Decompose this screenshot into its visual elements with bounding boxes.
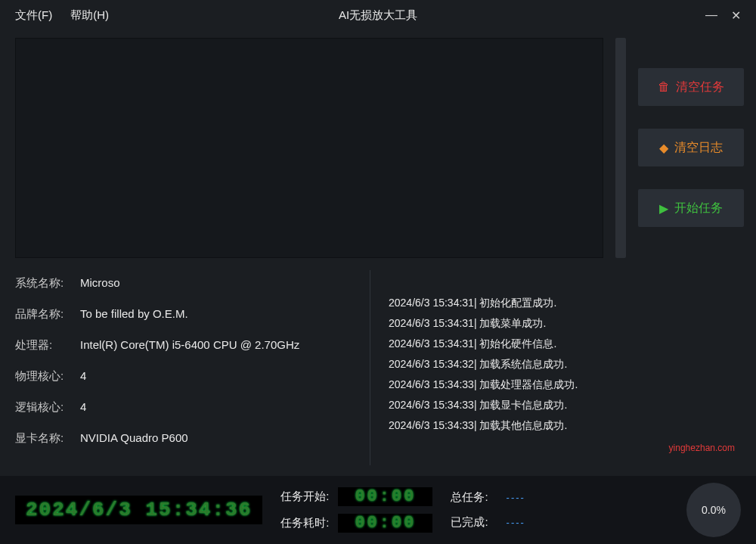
sysinfo-brand-value: To be filled by O.E.M. (80, 307, 188, 322)
sysinfo-gpu-value: NVIDIA Quadro P600 (80, 431, 188, 446)
menu-help[interactable]: 帮助(H) (61, 4, 118, 27)
total-tasks-value: ---- (507, 492, 525, 503)
log-line: 2024/6/3 15:34:31| 初始化硬件信息. (389, 334, 741, 354)
log-line: 2024/6/3 15:34:31| 加载菜单成功. (389, 313, 741, 334)
clear-task-button[interactable]: 🗑 清空任务 (638, 68, 744, 106)
log-line: 2024/6/3 15:34:33| 加载其他信息成功. (389, 415, 741, 436)
sysinfo-row-physical-cores: 物理核心: 4 (15, 369, 370, 384)
window-title: AI无损放大工具 (339, 8, 417, 23)
preview-scrollbar[interactable] (615, 38, 626, 258)
sysinfo-logcores-value: 4 (80, 400, 86, 415)
progress-circle: 0.0% (686, 483, 741, 537)
sysinfo-cpu-value: Intel(R) Core(TM) i5-6400 CPU @ 2.70GHz (80, 338, 299, 353)
menu-file[interactable]: 文件(F) (6, 4, 61, 27)
start-task-button[interactable]: ▶ 开始任务 (638, 189, 744, 227)
task-times: 任务开始: 00:00 任务耗时: 00:00 (280, 487, 432, 533)
system-info-panel: 系统名称: Microso 品牌名称: To be filled by O.E.… (15, 270, 370, 465)
play-icon: ▶ (659, 201, 668, 216)
done-tasks-label: 已完成: (451, 515, 488, 530)
sysinfo-physcores-value: 4 (80, 369, 86, 384)
log-line: 2024/6/3 15:34:33| 加载处理器信息成功. (389, 375, 741, 395)
clear-task-label: 清空任务 (676, 79, 724, 95)
clock: 2024/6/3 15:34:36 (15, 496, 262, 524)
side-button-panel: 🗑 清空任务 ◆ 清空日志 ▶ 开始任务 (638, 38, 744, 258)
sysinfo-row-cpu: 处理器: Intel(R) Core(TM) i5-6400 CPU @ 2.7… (15, 338, 370, 353)
preview-panel[interactable] (15, 38, 603, 258)
progress-value: 0.0% (702, 504, 726, 516)
title-bar: 文件(F) 帮助(H) AI无损放大工具 ― ✕ (0, 0, 756, 30)
sysinfo-row-brand: 品牌名称: To be filled by O.E.M. (15, 307, 370, 322)
sysinfo-os-value: Microso (80, 276, 120, 291)
sysinfo-row-logical-cores: 逻辑核心: 4 (15, 400, 370, 415)
log-line: 2024/6/3 15:34:32| 加载系统信息成功. (389, 354, 741, 375)
clear-log-label: 清空日志 (674, 140, 723, 156)
status-bar: 2024/6/3 15:34:36 任务开始: 00:00 任务耗时: 00:0… (0, 476, 756, 544)
sysinfo-logcores-label: 逻辑核心: (15, 400, 80, 415)
minimize-button[interactable]: ― (705, 8, 717, 23)
sysinfo-row-os: 系统名称: Microso (15, 276, 370, 291)
sysinfo-row-gpu: 显卡名称: NVIDIA Quadro P600 (15, 431, 370, 446)
watermark: yinghezhan.com (669, 438, 735, 459)
sysinfo-os-label: 系统名称: (15, 276, 80, 291)
close-button[interactable]: ✕ (731, 8, 741, 23)
total-tasks-label: 总任务: (451, 490, 488, 505)
erase-icon: ◆ (659, 141, 668, 155)
task-counts: 总任务: ---- 已完成: ---- (451, 490, 525, 530)
sysinfo-gpu-label: 显卡名称: (15, 431, 80, 446)
task-elapsed-value: 00:00 (338, 514, 432, 533)
trash-icon: 🗑 (658, 80, 670, 94)
log-panel: 2024/6/3 15:34:31| 初始化配置成功. 2024/6/3 15:… (389, 270, 741, 465)
task-elapsed-label: 任务耗时: (280, 516, 329, 530)
sysinfo-cpu-label: 处理器: (15, 338, 80, 353)
sysinfo-physcores-label: 物理核心: (15, 369, 80, 384)
start-task-label: 开始任务 (674, 201, 723, 216)
task-start-value: 00:00 (338, 487, 432, 506)
clear-log-button[interactable]: ◆ 清空日志 (638, 129, 744, 166)
task-start-label: 任务开始: (280, 490, 329, 504)
log-line: 2024/6/3 15:34:31| 初始化配置成功. (389, 293, 741, 313)
log-line: 2024/6/3 15:34:33| 加载显卡信息成功. (389, 395, 741, 415)
sysinfo-brand-label: 品牌名称: (15, 307, 80, 322)
done-tasks-value: ---- (507, 517, 525, 528)
